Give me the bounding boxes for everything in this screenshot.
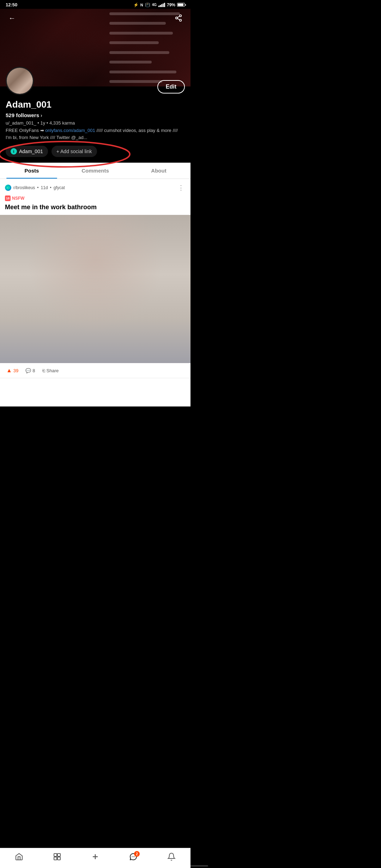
comment-count: 8 xyxy=(32,368,35,373)
post-area: r r/broslikeus • 11d • gfycat ⋮ 18 NSFW … xyxy=(0,179,190,378)
social-handle-label: Adam_001 xyxy=(19,149,43,154)
profile-info-bar: Edit xyxy=(0,67,190,95)
share-button-post[interactable]: ⎗ Share xyxy=(39,366,62,375)
signal-bars xyxy=(158,3,165,7)
header-icons: ← xyxy=(0,12,190,24)
profile-header: ← Edit xyxy=(0,9,190,86)
battery-pct: 79% xyxy=(167,2,175,7)
post-source: gfycat xyxy=(54,185,65,190)
comment-button[interactable]: 💬 8 xyxy=(22,366,38,375)
svg-text:r: r xyxy=(7,187,8,189)
share-button[interactable] xyxy=(172,12,185,24)
nsfw-icon: 18 xyxy=(5,195,11,201)
upvote-count: 39 xyxy=(13,368,18,373)
post-title: Meet me in the work bathroom xyxy=(0,203,190,215)
comment-icon: 💬 xyxy=(25,368,31,373)
back-button[interactable]: ← xyxy=(6,12,18,24)
followers-count: 529 followers xyxy=(6,112,39,118)
upvote-button[interactable]: ▲ 39 xyxy=(3,365,22,376)
battery-icon xyxy=(177,3,185,7)
svg-point-0 xyxy=(180,15,182,17)
social-chip-adam[interactable]: i Adam_001 xyxy=(6,146,48,157)
share-label: Share xyxy=(47,368,59,373)
followers-chevron: › xyxy=(41,113,42,118)
svg-point-6 xyxy=(6,186,10,190)
social-links-row: i Adam_001 + Add social link xyxy=(6,146,185,157)
vibrate-icon: 📳 xyxy=(145,2,150,7)
bio-text: FREE OnlyFans ➡ onlyfans.com/adam_001 //… xyxy=(6,127,185,141)
post-separator-2: • xyxy=(50,185,52,190)
post-actions: ▲ 39 💬 8 ⎗ Share xyxy=(0,363,190,378)
svg-point-2 xyxy=(180,19,182,21)
tab-about[interactable]: About xyxy=(127,163,190,179)
svg-line-4 xyxy=(177,16,180,18)
upvote-arrow-icon: ▲ xyxy=(6,367,12,374)
bio-link[interactable]: onlyfans.com/adam_001 xyxy=(45,128,95,133)
post-age: 11d xyxy=(41,185,48,190)
subreddit-name[interactable]: r/broslikeus xyxy=(13,185,35,190)
svg-line-3 xyxy=(177,18,180,20)
signal-icon: 4G xyxy=(152,3,157,7)
post-separator-1: • xyxy=(37,185,38,190)
nsfw-label: NSFW xyxy=(12,196,24,201)
subreddit-icon: r xyxy=(5,185,11,191)
profile-body: Adam_001 529 followers › u/_adam_001_ • … xyxy=(0,86,190,157)
post-more-options[interactable]: ⋮ xyxy=(176,182,186,193)
tabs-container: Posts Comments About xyxy=(0,163,190,179)
svg-point-1 xyxy=(176,17,178,19)
nfc-icon: N xyxy=(140,3,143,7)
status-bar: 12:50 ⚡ N 📳 4G 79% xyxy=(0,0,190,9)
add-social-link-button[interactable]: + Add social link xyxy=(52,146,97,157)
social-section: i Adam_001 + Add social link xyxy=(6,146,185,157)
bluetooth-icon: ⚡ xyxy=(133,2,139,7)
clock: 12:50 xyxy=(6,2,17,7)
username: Adam_001 xyxy=(6,99,185,110)
followers-row[interactable]: 529 followers › xyxy=(6,112,185,118)
user-meta: u/_adam_001_ • 1y • 4,335 karma xyxy=(6,120,185,126)
share-icon: ⎗ xyxy=(42,368,45,373)
post-image[interactable] xyxy=(0,215,190,363)
status-icons: ⚡ N 📳 4G 79% xyxy=(133,2,185,7)
nsfw-badge: 18 NSFW xyxy=(5,195,24,201)
avatar[interactable] xyxy=(6,67,34,95)
post-meta-row: r r/broslikeus • 11d • gfycat ⋮ xyxy=(0,179,190,194)
post-meta-left: r r/broslikeus • 11d • gfycat xyxy=(5,185,65,191)
edit-profile-button[interactable]: Edit xyxy=(157,80,185,94)
social-chip-icon: i xyxy=(11,148,17,155)
tab-posts[interactable]: Posts xyxy=(0,163,64,179)
tab-comments[interactable]: Comments xyxy=(64,163,127,179)
